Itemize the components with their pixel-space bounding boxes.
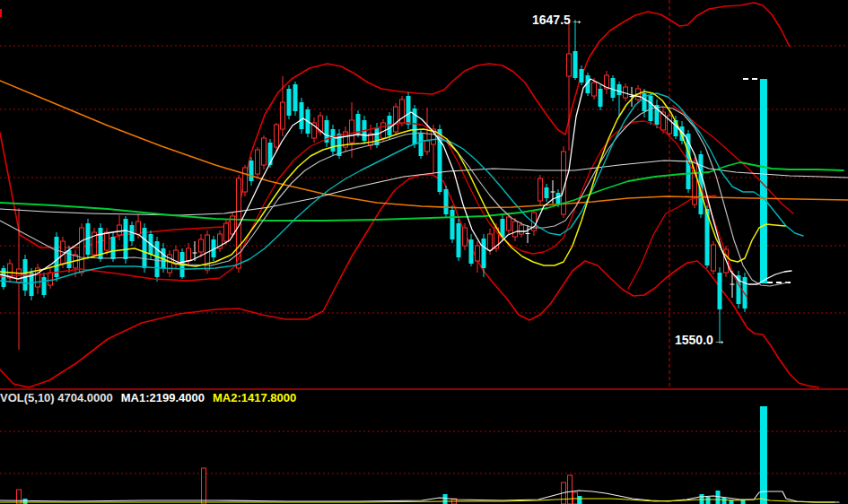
volume-bar-down xyxy=(730,500,734,504)
volume-indicator-bar[interactable]: VOL(5,10) 4704.0000MA1:2199.4000MA2:1417… xyxy=(0,391,304,404)
candle-body-up xyxy=(538,178,543,201)
volume-bar-down xyxy=(722,498,727,504)
volume-bar-up xyxy=(202,468,206,504)
candle-body-up xyxy=(187,248,191,261)
candle-body-down xyxy=(599,89,603,107)
candle-body-down xyxy=(469,239,474,264)
candle-body-up xyxy=(425,141,430,152)
candle-body-down xyxy=(143,228,147,268)
vol-indicator-label: VOL(5,10) 4704.0000 xyxy=(0,391,113,404)
candle-body-up xyxy=(463,228,468,246)
candle-body-up xyxy=(199,239,204,252)
candle-body-up xyxy=(118,225,122,235)
candle-body-down xyxy=(611,78,616,98)
candle-body-down xyxy=(545,187,549,198)
candle-body-up xyxy=(712,245,716,271)
volume-bar-down xyxy=(443,494,448,504)
candle-body-up xyxy=(567,54,572,76)
candle-body-down xyxy=(573,51,578,78)
ma-green xyxy=(0,162,844,221)
candle-body-down xyxy=(718,273,722,309)
candle-body-up xyxy=(281,102,285,129)
vol-ma-white xyxy=(0,491,839,502)
arrow-right-icon: → xyxy=(571,13,583,27)
candle-body-down xyxy=(249,161,254,181)
candle-body-down xyxy=(293,84,298,111)
chart-canvas[interactable] xyxy=(0,0,848,504)
candle-body-up xyxy=(513,222,518,237)
low-price-label: 1550.0→ xyxy=(675,334,726,346)
candle-body-down xyxy=(268,143,273,165)
candle-body-down xyxy=(287,89,292,116)
candle-body-down xyxy=(356,114,361,134)
candle-body-down xyxy=(55,237,59,277)
candle-body-up xyxy=(275,125,279,147)
candle-body-down xyxy=(111,237,116,259)
volume-bar-down xyxy=(706,497,711,504)
candle-body-down xyxy=(419,134,424,156)
candle-body-up xyxy=(136,222,141,234)
candle-body-up xyxy=(80,228,84,273)
candle-body-up xyxy=(476,246,480,261)
candle-body-up xyxy=(243,168,248,192)
candle-body-up xyxy=(262,138,267,165)
candle-body-up xyxy=(105,232,109,250)
candle-body-up xyxy=(48,273,53,285)
candle-body-down xyxy=(482,239,486,268)
volume-bar-up xyxy=(568,475,573,504)
candle-body-down xyxy=(407,96,411,125)
volume-bar-down xyxy=(578,496,582,504)
boll-lower xyxy=(0,175,818,387)
candle-body-down xyxy=(331,129,336,152)
candle-body-down xyxy=(124,219,128,259)
high-price-value: 1647.5 xyxy=(532,13,571,27)
low-price-value: 1550.0 xyxy=(675,333,713,347)
volume-bar-down xyxy=(23,499,28,504)
candle-body-down xyxy=(300,102,304,129)
candle-body-up xyxy=(350,120,354,143)
candle-body-up xyxy=(507,217,511,230)
candle-body-up xyxy=(520,225,524,234)
candle-body-up xyxy=(256,150,260,174)
volume-big-bar xyxy=(760,406,767,504)
candle-body-down xyxy=(155,241,160,277)
candle-body-up xyxy=(224,223,229,241)
candle-body-down xyxy=(617,84,622,95)
vol-ma2-label: MA2:1417.8000 xyxy=(213,391,296,404)
high-price-label: 1647.5→ xyxy=(532,13,583,26)
candle-body-up xyxy=(488,234,493,250)
candle-body-down xyxy=(580,69,584,83)
vol-ma1-label: MA1:2199.4000 xyxy=(121,391,205,404)
candle-body-up xyxy=(592,83,597,96)
candle-body-down xyxy=(457,223,461,257)
candle-body-down xyxy=(444,189,449,214)
candle-body-down xyxy=(450,210,455,239)
arrow-right-icon: → xyxy=(713,333,726,347)
candle-body-up xyxy=(394,107,398,132)
price-axis-tick xyxy=(0,9,2,17)
trading-chart-window: 1647.5→ 1550.0→ VOL(5,10) 4704.0000MA1:2… xyxy=(0,0,848,504)
candle-body-down xyxy=(42,277,47,295)
candle-body-down xyxy=(2,268,6,287)
